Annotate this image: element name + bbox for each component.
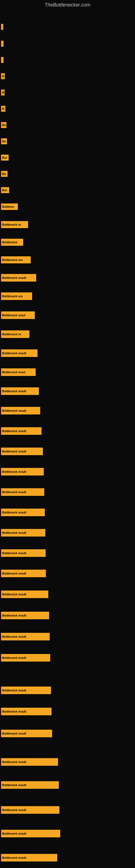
bar-label: Bo (1, 122, 6, 128)
bar-label: Bottleneck result (1, 529, 45, 536)
bar-item: Bottlene (1, 204, 18, 210)
bar-item: Bottleneck result (1, 590, 48, 598)
bar-label: Bottleneck result (1, 806, 59, 814)
bar-item: Bottleneck result (1, 730, 52, 737)
bar-item: Bottleneck result (1, 349, 38, 357)
bar-label: Bottleneck result (1, 388, 39, 395)
bar-item: Bottleneck result (1, 488, 44, 496)
bar-label: Bottleneck result (1, 758, 58, 766)
bar-label: Bottleneck result (1, 654, 50, 661)
bar-label: Bottleneck result (1, 730, 52, 737)
bar-label: Bottleneck result (1, 569, 46, 577)
bar-item: Bot (1, 155, 9, 161)
bar-item (1, 57, 3, 63)
bar-label: Bottleneck result (1, 686, 51, 694)
bar-item: Bottleneck result (1, 781, 59, 789)
bar-label: Bottleneck re (1, 330, 30, 338)
bar-item: Bottleneck resul (1, 311, 35, 319)
bar-item: Bottleneck re (1, 330, 30, 338)
bar-item: Bottleneck result (1, 633, 50, 641)
bar-item: Bottleneck result (1, 686, 51, 694)
bar-label: Bottleneck result (1, 447, 43, 455)
bar-label: Bottleneck result (1, 349, 38, 357)
bar-label: Bottleneck result (1, 549, 46, 557)
chart-area: TheBottlenecker.com BBBBoBoBotBoBotBottl… (0, 0, 135, 868)
bar-label: Bo (1, 138, 7, 144)
bar-item: Bottleneck result (1, 427, 42, 435)
bar-item: Bo (1, 122, 6, 128)
bar-item: Bottleneck result (1, 569, 46, 577)
bar-item: B (1, 73, 5, 79)
bar-item: Bo (1, 171, 8, 177)
site-title: TheBottlenecker.com (0, 0, 135, 9)
bar-item (1, 41, 3, 46)
bar-label: Bottleneck result (1, 612, 49, 619)
bar-label: Bottleneck result (1, 488, 44, 496)
bar-label: Bottleneck result (1, 633, 50, 641)
bar-label: B (1, 90, 5, 95)
bar-label: Bottleneck result (1, 708, 52, 715)
bar-item: B (1, 106, 5, 112)
bar-label: Bottleneck result (1, 830, 60, 837)
bar-item: Bottleneck result (1, 447, 43, 455)
bar-item: Bottleneck result (1, 708, 52, 715)
bar-item: Bottleneck re (1, 221, 28, 228)
bar-label: Bottleneck resul (1, 311, 35, 319)
bar-label: Bottleneck res (1, 292, 32, 300)
bar-label: Bottleneck result (1, 781, 59, 789)
bar-label: Bottlene (1, 204, 18, 210)
bar-item: Bottleneck result (1, 388, 39, 395)
bar-item: Bottleneck result (1, 612, 49, 619)
bar-item: Bottleneck result (1, 407, 40, 414)
bar-label: Bottleneck result (1, 590, 48, 598)
bar-item (1, 24, 3, 30)
bar-item: Bo (1, 138, 7, 144)
bar-item: Bottleneck result (1, 274, 36, 282)
bar-item: B (1, 90, 5, 95)
bar-label (1, 57, 3, 63)
bar-label: Bottleneck result (1, 468, 44, 475)
bar-item: Bottleneck (1, 239, 23, 246)
bar-label: Bottleneck result (1, 508, 45, 516)
bar-label: Bottleneck result (1, 427, 42, 435)
bar-item: Bottleneck result (1, 549, 46, 557)
bar-label: Bot (1, 187, 9, 193)
bar-label: Bottleneck result (1, 274, 36, 282)
bar-item: Bottleneck res (1, 256, 31, 264)
bar-label: Bottleneck result (1, 854, 57, 862)
bar-item: Bottleneck result (1, 529, 45, 536)
bar-item: Bottleneck result (1, 654, 50, 661)
bar-label: Bottleneck res (1, 256, 31, 264)
bar-label (1, 24, 3, 30)
bar-label: Bottleneck (1, 239, 23, 246)
bar-item: Bottleneck result (1, 758, 58, 766)
bar-item: Bottleneck res (1, 292, 32, 300)
bar-label: Bo (1, 171, 8, 177)
bar-label: B (1, 106, 5, 112)
bar-item: Bottleneck result (1, 468, 44, 475)
bar-label (1, 41, 3, 46)
bar-label: Bottleneck result (1, 407, 40, 414)
bar-item: Bot (1, 187, 9, 193)
bar-item: Bottleneck result (1, 508, 45, 516)
bar-item: Bottleneck resul (1, 368, 36, 376)
bar-item: Bottleneck result (1, 830, 60, 837)
bar-label: Bottleneck re (1, 221, 28, 228)
bar-label: B (1, 73, 5, 79)
bar-item: Bottleneck result (1, 806, 59, 814)
bar-label: Bottleneck resul (1, 368, 36, 376)
bar-item: Bottleneck result (1, 854, 57, 862)
bar-label: Bot (1, 155, 9, 161)
